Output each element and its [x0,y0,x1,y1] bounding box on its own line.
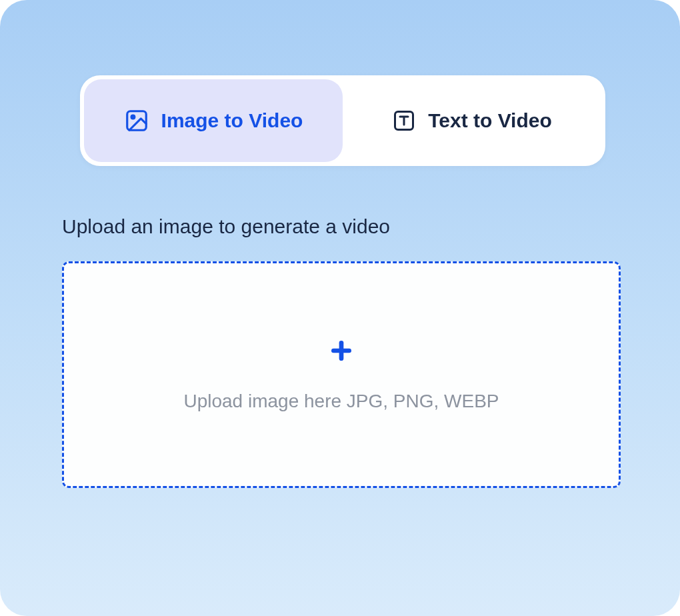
tab-label: Text to Video [428,109,552,132]
plus-icon [328,337,355,369]
mode-tab-bar: Image to Video Text to Video [80,75,605,166]
tab-label: Image to Video [161,109,303,132]
upload-hint-text: Upload image here JPG, PNG, WEBP [183,391,499,412]
tab-image-to-video[interactable]: Image to Video [84,79,343,162]
image-upload-dropzone[interactable]: Upload image here JPG, PNG, WEBP [62,261,621,488]
tab-text-to-video[interactable]: Text to Video [343,79,601,162]
text-icon [392,109,416,133]
upload-section-label: Upload an image to generate a video [62,215,390,238]
svg-point-1 [131,115,135,119]
image-icon [124,108,149,133]
video-generator-panel: Image to Video Text to Video Upload an i… [0,0,680,616]
